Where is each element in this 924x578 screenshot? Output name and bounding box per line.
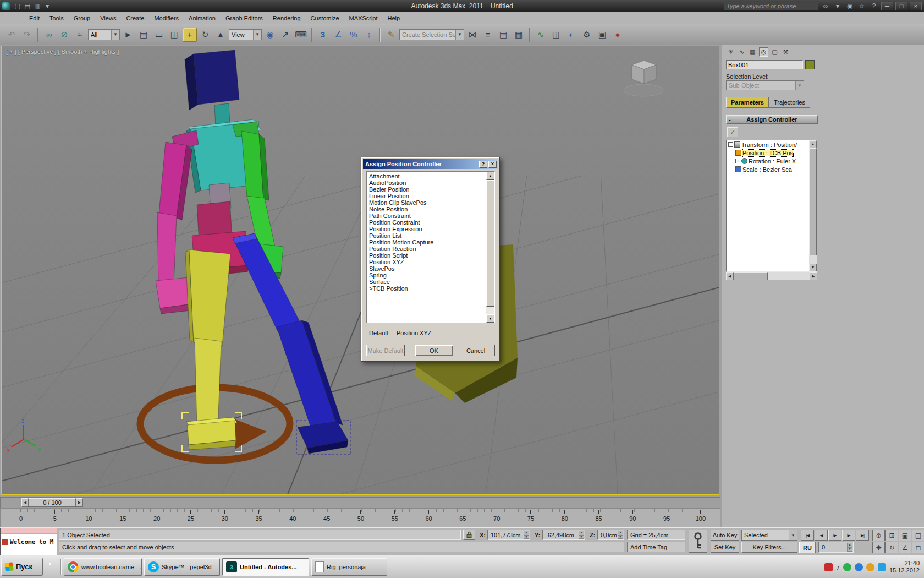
taskbar-clock[interactable]: 21:40 15.12.2012 (889, 560, 920, 574)
hierarchy-tab-icon[interactable] (748, 47, 757, 57)
next-frame-arrow-icon[interactable] (76, 498, 83, 507)
go-to-start-button[interactable] (801, 530, 814, 541)
object-color-swatch[interactable] (805, 60, 815, 69)
tree-row-rotation[interactable]: Rotation : Euler X (727, 157, 809, 165)
named-selection-set-dropdown[interactable]: Create Selection Set (399, 29, 464, 40)
controller-list-item[interactable]: Attachment (367, 173, 494, 179)
dialog-help-button[interactable]: ? (479, 161, 487, 168)
pan-view-button[interactable] (872, 542, 885, 553)
select-and-link-icon[interactable] (42, 28, 56, 42)
layer-manager-icon[interactable] (496, 28, 510, 42)
window-crossing-toggle-icon[interactable] (167, 28, 182, 42)
orbit-button[interactable] (886, 542, 898, 553)
cancel-button[interactable]: Cancel (457, 345, 495, 356)
dialog-list-scrollbar[interactable] (486, 172, 494, 323)
edit-named-selection-sets-icon[interactable] (384, 28, 398, 42)
menu-item[interactable]: Edit (24, 13, 45, 23)
assign-controller-button[interactable] (727, 127, 738, 137)
unlink-selection-icon[interactable] (57, 28, 72, 42)
controller-list-item[interactable]: >TCB Position (367, 285, 494, 292)
taskbar-task-folder[interactable]: Rig_personaja (311, 558, 387, 576)
expand-expander-icon[interactable] (735, 159, 740, 163)
search-dropdown-icon[interactable] (833, 2, 843, 10)
controller-list-item[interactable]: Spring (367, 272, 494, 279)
use-pivot-point-center-icon[interactable] (263, 28, 277, 42)
controller-list-item[interactable]: AudioPosition (367, 179, 494, 186)
menu-item[interactable]: Help (383, 13, 405, 23)
minimize-button[interactable] (881, 2, 893, 10)
key-filters-button[interactable]: Key Filters... (741, 542, 798, 553)
graphics-tray-icon[interactable] (878, 563, 886, 571)
set-key-button[interactable]: Set Key (711, 542, 739, 553)
controller-list-item[interactable]: Position Reaction (367, 246, 494, 252)
controller-list-item[interactable]: Motion Clip SlavePos (367, 199, 494, 206)
help-icon[interactable] (869, 2, 879, 10)
perspective-viewport[interactable]: x y z [ + ] [ Perspective ] [ Smooth + H… (1, 46, 719, 495)
scrollbar-thumb[interactable] (486, 180, 494, 307)
bind-to-space-warp-icon[interactable] (73, 28, 87, 42)
previous-frame-button[interactable] (815, 530, 828, 541)
play-animation-button[interactable] (828, 530, 842, 541)
welcome-window[interactable]: Welcome to M (0, 528, 57, 555)
menu-item[interactable]: Create (121, 13, 149, 23)
undo-icon[interactable] (4, 28, 19, 42)
time-slider-track[interactable]: 0 / 100 (0, 497, 721, 508)
language-indicator[interactable]: RU (799, 542, 816, 553)
redo-icon[interactable] (20, 28, 34, 42)
key-mode-dropdown[interactable]: Selected (741, 530, 798, 541)
collapse-expander-icon[interactable] (728, 142, 733, 147)
go-to-end-button[interactable] (856, 530, 869, 541)
scrollbar-thumb[interactable] (734, 272, 768, 280)
chevron-down-icon[interactable] (111, 30, 119, 40)
tab-trajectories[interactable]: Trajectories (769, 97, 810, 108)
chevron-down-icon[interactable] (789, 530, 797, 540)
tree-horizontal-scrollbar[interactable] (726, 272, 817, 280)
field-of-view-button[interactable] (899, 542, 911, 553)
controller-list-item[interactable]: Position Script (367, 252, 494, 259)
motion-tab-icon[interactable] (759, 47, 768, 57)
curve-editor-icon[interactable] (534, 28, 548, 42)
tree-row-transform[interactable]: Transform : Position/ (727, 140, 809, 149)
spinner-arrows-icon[interactable]: ▲▼ (524, 531, 529, 539)
taskbar-task-browser[interactable]: www.boolean.name - ... (64, 558, 142, 576)
welcome-window-titlebar[interactable] (1, 528, 57, 534)
rendered-frame-window-icon[interactable] (595, 28, 609, 42)
controller-list-item[interactable]: Linear Position (367, 193, 494, 199)
3dsmax-app-icon[interactable] (2, 2, 10, 10)
chevron-down-icon[interactable] (253, 30, 261, 40)
render-setup-icon[interactable] (580, 28, 594, 42)
object-name-field[interactable] (726, 60, 803, 69)
percent-snap-icon[interactable] (346, 28, 361, 42)
align-icon[interactable] (481, 28, 495, 42)
controller-list-item[interactable]: Noise Position (367, 206, 494, 212)
scroll-right-icon[interactable] (810, 272, 817, 280)
rollout-collapse-icon[interactable]: - (729, 116, 731, 123)
select-by-name-icon[interactable] (136, 28, 151, 42)
scrollbar-thumb[interactable] (809, 148, 817, 255)
create-tab-icon[interactable] (726, 47, 735, 57)
menu-item[interactable]: Graph Editors (221, 13, 268, 23)
search-binoculars-icon[interactable] (821, 2, 831, 10)
menu-item[interactable]: Modifiers (149, 13, 184, 23)
controller-list-item[interactable]: Bezier Position (367, 186, 494, 193)
modify-tab-icon[interactable] (737, 47, 746, 57)
next-frame-button[interactable] (842, 530, 855, 541)
spinner-arrows-icon[interactable]: ▲▼ (847, 543, 853, 552)
controller-list-item[interactable]: Position Constraint (367, 219, 494, 226)
save-file-icon[interactable] (32, 1, 42, 11)
controller-list-item[interactable]: Position List (367, 232, 494, 239)
tab-parameters[interactable]: Parameters (726, 97, 769, 108)
previous-frame-arrow-icon[interactable] (21, 498, 29, 507)
coord-y-field[interactable]: -62,498cm ▲▼ (542, 530, 585, 540)
zoom-all-button[interactable] (886, 530, 898, 541)
antivirus-tray-icon[interactable] (824, 563, 833, 571)
scroll-up-icon[interactable] (809, 140, 817, 148)
track-bar[interactable]: 0510152025303540455055606570758085909510… (0, 508, 721, 527)
menu-item[interactable]: Group (69, 13, 96, 23)
maximize-viewport-button[interactable] (912, 542, 924, 553)
coord-z-field[interactable]: 0,0cm ▲▼ (597, 530, 624, 540)
close-button[interactable] (910, 2, 922, 10)
ok-button[interactable]: OK (415, 345, 453, 356)
menu-item[interactable]: Rendering (268, 13, 306, 23)
mirror-icon[interactable] (465, 28, 480, 42)
